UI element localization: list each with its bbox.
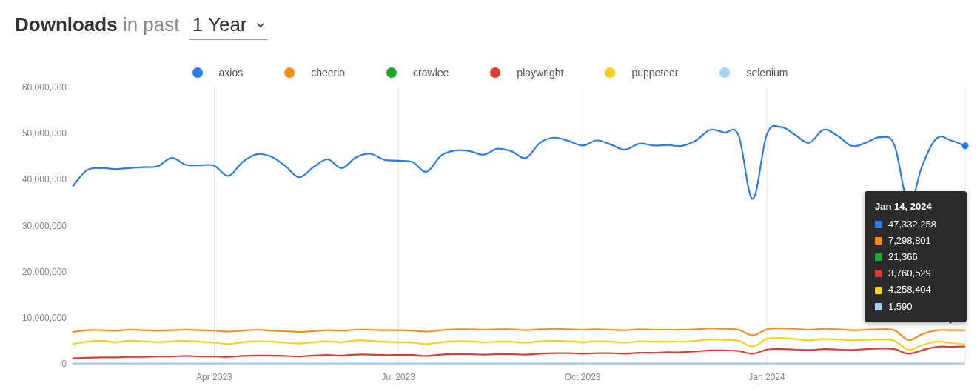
x-tick-label: Apr 2023 — [196, 372, 232, 382]
y-tick-label: 10,000,000 — [22, 313, 67, 323]
legend-dot-icon — [490, 67, 500, 78]
downloads-line-chart[interactable]: 010,000,00020,000,00030,000,00040,000,00… — [15, 82, 973, 385]
legend-label: cheerio — [311, 67, 345, 79]
series-playwright — [73, 347, 965, 359]
tooltip-value: 21,366 — [888, 249, 918, 265]
title-downloads: Downloads — [15, 13, 118, 36]
time-range-select[interactable]: 1 Year — [189, 13, 268, 40]
legend-item-selenium[interactable]: selenium — [709, 67, 798, 79]
chevron-down-icon — [256, 21, 265, 30]
tooltip-value: 4,258,404 — [888, 282, 931, 298]
legend-dot-icon — [386, 67, 397, 78]
series-puppeteer — [73, 338, 965, 350]
legend-dot-icon — [719, 67, 730, 78]
tooltip-value: 7,298,801 — [888, 233, 931, 249]
series-axios — [73, 126, 965, 204]
tooltip-row: 7,298,801 — [875, 233, 956, 249]
time-range-value: 1 Year — [192, 13, 247, 36]
legend-item-crawlee[interactable]: crawlee — [376, 67, 459, 79]
tooltip-series-icon — [875, 287, 882, 294]
legend-item-playwright[interactable]: playwright — [480, 67, 574, 79]
legend-label: playwright — [517, 67, 563, 79]
tooltip-date: Jan 14, 2024 — [875, 199, 956, 215]
chart-legend: axioscheeriocrawleeplaywrightpuppeteerse… — [0, 67, 980, 80]
tooltip-series-icon — [875, 221, 882, 228]
chart-tooltip: Jan 14, 2024 47,332,2587,298,80121,3663,… — [865, 191, 967, 322]
legend-dot-icon — [605, 67, 615, 78]
tooltip-series-icon — [875, 270, 882, 277]
title-in-past: in past — [123, 13, 180, 36]
legend-dot-icon — [284, 67, 295, 78]
tooltip-row: 1,590 — [875, 299, 956, 315]
y-tick-label: 30,000,000 — [22, 221, 67, 231]
legend-item-puppeteer[interactable]: puppeteer — [594, 67, 688, 79]
tooltip-series-icon — [875, 237, 882, 245]
y-tick-label: 50,000,000 — [22, 128, 67, 139]
x-tick-label: Oct 2023 — [565, 372, 601, 382]
legend-dot-icon — [192, 67, 203, 78]
tooltip-row: 4,258,404 — [875, 282, 956, 298]
legend-label: crawlee — [413, 67, 449, 79]
x-tick-label: Jan 2024 — [748, 372, 785, 382]
legend-item-axios[interactable]: axios — [182, 67, 254, 79]
tooltip-value: 3,760,529 — [888, 265, 931, 282]
y-tick-label: 0 — [61, 359, 67, 369]
tooltip-value: 47,332,258 — [888, 216, 936, 233]
tooltip-series-icon — [875, 303, 882, 310]
series-end-dot — [962, 142, 969, 149]
tooltip-value: 1,590 — [888, 299, 913, 315]
x-tick-label: Jul 2023 — [382, 372, 416, 382]
tooltip-series-icon — [875, 253, 882, 261]
y-tick-label: 60,000,000 — [22, 82, 67, 93]
chart-title: Downloads in past 1 Year — [15, 13, 268, 40]
tooltip-row: 47,332,258 — [875, 216, 956, 233]
legend-item-cheerio[interactable]: cheerio — [274, 67, 355, 79]
legend-label: selenium — [746, 67, 788, 79]
series-cheerio — [73, 328, 965, 340]
legend-label: axios — [219, 67, 244, 79]
y-tick-label: 20,000,000 — [22, 267, 67, 277]
tooltip-row: 3,760,529 — [875, 265, 956, 282]
y-tick-label: 40,000,000 — [22, 174, 67, 185]
tooltip-row: 21,366 — [875, 249, 956, 265]
legend-label: puppeteer — [631, 67, 678, 79]
